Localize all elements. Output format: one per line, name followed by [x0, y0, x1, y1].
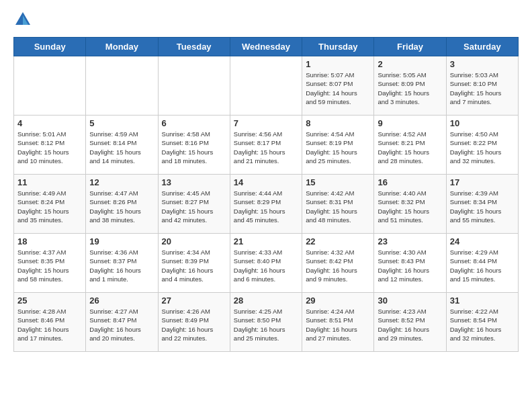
day-info: Sunrise: 4:29 AM Sunset: 8:44 PM Dayligh… — [450, 248, 515, 283]
day-info: Sunrise: 5:03 AM Sunset: 8:10 PM Dayligh… — [450, 71, 515, 106]
day-number: 5 — [89, 118, 154, 128]
calendar-cell: 20Sunrise: 4:34 AM Sunset: 8:39 PM Dayli… — [158, 234, 230, 293]
calendar-cell: 26Sunrise: 4:27 AM Sunset: 8:47 PM Dayli… — [86, 293, 158, 352]
day-number: 4 — [17, 118, 82, 128]
day-number: 8 — [306, 118, 370, 128]
calendar-cell: 4Sunrise: 5:01 AM Sunset: 8:12 PM Daylig… — [14, 116, 86, 175]
calendar-cell: 8Sunrise: 4:54 AM Sunset: 8:19 PM Daylig… — [302, 116, 374, 175]
day-number: 24 — [450, 236, 515, 246]
weekday-header-tuesday: Tuesday — [158, 38, 230, 56]
calendar-cell: 10Sunrise: 4:50 AM Sunset: 8:22 PM Dayli… — [446, 116, 518, 175]
day-number: 21 — [234, 236, 298, 246]
day-number: 13 — [162, 177, 226, 187]
calendar-cell: 31Sunrise: 4:22 AM Sunset: 8:54 PM Dayli… — [446, 293, 518, 352]
day-number: 20 — [162, 236, 226, 246]
day-number: 31 — [450, 295, 515, 306]
day-info: Sunrise: 4:45 AM Sunset: 8:27 PM Dayligh… — [162, 189, 226, 224]
day-info: Sunrise: 5:05 AM Sunset: 8:09 PM Dayligh… — [378, 71, 442, 106]
calendar-cell: 5Sunrise: 4:59 AM Sunset: 8:14 PM Daylig… — [86, 116, 158, 175]
day-number: 25 — [17, 295, 82, 306]
calendar-cell: 17Sunrise: 4:39 AM Sunset: 8:34 PM Dayli… — [446, 175, 518, 234]
day-number: 2 — [378, 59, 442, 69]
weekday-header-row: SundayMondayTuesdayWednesdayThursdayFrid… — [14, 38, 519, 56]
day-info: Sunrise: 4:40 AM Sunset: 8:32 PM Dayligh… — [378, 189, 442, 224]
calendar: SundayMondayTuesdayWednesdayThursdayFrid… — [13, 37, 519, 352]
day-info: Sunrise: 4:42 AM Sunset: 8:31 PM Dayligh… — [306, 189, 370, 224]
day-number: 9 — [378, 118, 442, 128]
header — [13, 10, 519, 29]
calendar-cell: 7Sunrise: 4:56 AM Sunset: 8:17 PM Daylig… — [230, 116, 302, 175]
day-info: Sunrise: 5:01 AM Sunset: 8:12 PM Dayligh… — [17, 130, 82, 165]
week-row-4: 18Sunrise: 4:37 AM Sunset: 8:35 PM Dayli… — [14, 234, 519, 293]
day-info: Sunrise: 4:34 AM Sunset: 8:39 PM Dayligh… — [162, 248, 226, 283]
calendar-header: SundayMondayTuesdayWednesdayThursdayFrid… — [14, 38, 519, 56]
day-number: 7 — [234, 118, 298, 128]
calendar-cell: 30Sunrise: 4:23 AM Sunset: 8:52 PM Dayli… — [374, 293, 446, 352]
calendar-cell: 29Sunrise: 4:24 AM Sunset: 8:51 PM Dayli… — [302, 293, 374, 352]
weekday-header-wednesday: Wednesday — [230, 38, 302, 56]
day-info: Sunrise: 4:30 AM Sunset: 8:43 PM Dayligh… — [378, 248, 442, 283]
day-number: 3 — [450, 59, 515, 69]
calendar-cell: 25Sunrise: 4:28 AM Sunset: 8:46 PM Dayli… — [14, 293, 86, 352]
calendar-cell: 15Sunrise: 4:42 AM Sunset: 8:31 PM Dayli… — [302, 175, 374, 234]
day-info: Sunrise: 4:58 AM Sunset: 8:16 PM Dayligh… — [162, 130, 226, 165]
day-info: Sunrise: 4:22 AM Sunset: 8:54 PM Dayligh… — [450, 307, 515, 342]
calendar-cell: 14Sunrise: 4:44 AM Sunset: 8:29 PM Dayli… — [230, 175, 302, 234]
day-number: 27 — [162, 295, 226, 306]
calendar-cell: 19Sunrise: 4:36 AM Sunset: 8:37 PM Dayli… — [86, 234, 158, 293]
calendar-cell — [86, 56, 158, 116]
weekday-header-friday: Friday — [374, 38, 446, 56]
day-info: Sunrise: 4:25 AM Sunset: 8:50 PM Dayligh… — [234, 307, 298, 342]
day-info: Sunrise: 4:32 AM Sunset: 8:42 PM Dayligh… — [306, 248, 370, 283]
day-number: 1 — [306, 59, 370, 69]
week-row-5: 25Sunrise: 4:28 AM Sunset: 8:46 PM Dayli… — [14, 293, 519, 352]
calendar-cell: 23Sunrise: 4:30 AM Sunset: 8:43 PM Dayli… — [374, 234, 446, 293]
calendar-cell — [14, 56, 86, 116]
day-info: Sunrise: 4:50 AM Sunset: 8:22 PM Dayligh… — [450, 130, 515, 165]
day-number: 6 — [162, 118, 226, 128]
day-info: Sunrise: 4:33 AM Sunset: 8:40 PM Dayligh… — [234, 248, 298, 283]
weekday-header-thursday: Thursday — [302, 38, 374, 56]
calendar-cell: 24Sunrise: 4:29 AM Sunset: 8:44 PM Dayli… — [446, 234, 518, 293]
day-info: Sunrise: 4:37 AM Sunset: 8:35 PM Dayligh… — [17, 248, 82, 283]
calendar-cell: 21Sunrise: 4:33 AM Sunset: 8:40 PM Dayli… — [230, 234, 302, 293]
calendar-cell: 6Sunrise: 4:58 AM Sunset: 8:16 PM Daylig… — [158, 116, 230, 175]
day-info: Sunrise: 4:24 AM Sunset: 8:51 PM Dayligh… — [306, 307, 370, 342]
day-info: Sunrise: 4:49 AM Sunset: 8:24 PM Dayligh… — [17, 189, 82, 224]
day-number: 29 — [306, 295, 370, 306]
day-number: 28 — [234, 295, 298, 306]
day-number: 26 — [89, 295, 154, 306]
calendar-cell: 1Sunrise: 5:07 AM Sunset: 8:07 PM Daylig… — [302, 56, 374, 116]
calendar-body: 1Sunrise: 5:07 AM Sunset: 8:07 PM Daylig… — [14, 56, 519, 352]
day-number: 10 — [450, 118, 515, 128]
day-number: 22 — [306, 236, 370, 246]
day-info: Sunrise: 4:28 AM Sunset: 8:46 PM Dayligh… — [17, 307, 82, 342]
day-number: 14 — [234, 177, 298, 187]
day-info: Sunrise: 4:59 AM Sunset: 8:14 PM Dayligh… — [89, 130, 154, 165]
day-number: 11 — [17, 177, 82, 187]
logo — [13, 10, 35, 29]
day-number: 15 — [306, 177, 370, 187]
calendar-cell: 27Sunrise: 4:26 AM Sunset: 8:49 PM Dayli… — [158, 293, 230, 352]
logo-icon — [13, 10, 32, 29]
day-info: Sunrise: 4:27 AM Sunset: 8:47 PM Dayligh… — [89, 307, 154, 342]
day-info: Sunrise: 4:52 AM Sunset: 8:21 PM Dayligh… — [378, 130, 442, 165]
day-number: 30 — [378, 295, 442, 306]
week-row-1: 1Sunrise: 5:07 AM Sunset: 8:07 PM Daylig… — [14, 56, 519, 116]
day-number: 23 — [378, 236, 442, 246]
weekday-header-monday: Monday — [86, 38, 158, 56]
day-info: Sunrise: 4:47 AM Sunset: 8:26 PM Dayligh… — [89, 189, 154, 224]
day-info: Sunrise: 4:23 AM Sunset: 8:52 PM Dayligh… — [378, 307, 442, 342]
calendar-cell — [230, 56, 302, 116]
day-number: 12 — [89, 177, 154, 187]
calendar-cell: 16Sunrise: 4:40 AM Sunset: 8:32 PM Dayli… — [374, 175, 446, 234]
day-info: Sunrise: 4:26 AM Sunset: 8:49 PM Dayligh… — [162, 307, 226, 342]
day-number: 17 — [450, 177, 515, 187]
week-row-2: 4Sunrise: 5:01 AM Sunset: 8:12 PM Daylig… — [14, 116, 519, 175]
calendar-cell: 12Sunrise: 4:47 AM Sunset: 8:26 PM Dayli… — [86, 175, 158, 234]
day-info: Sunrise: 4:56 AM Sunset: 8:17 PM Dayligh… — [234, 130, 298, 165]
day-number: 19 — [89, 236, 154, 246]
calendar-cell: 28Sunrise: 4:25 AM Sunset: 8:50 PM Dayli… — [230, 293, 302, 352]
weekday-header-sunday: Sunday — [14, 38, 86, 56]
day-info: Sunrise: 4:54 AM Sunset: 8:19 PM Dayligh… — [306, 130, 370, 165]
